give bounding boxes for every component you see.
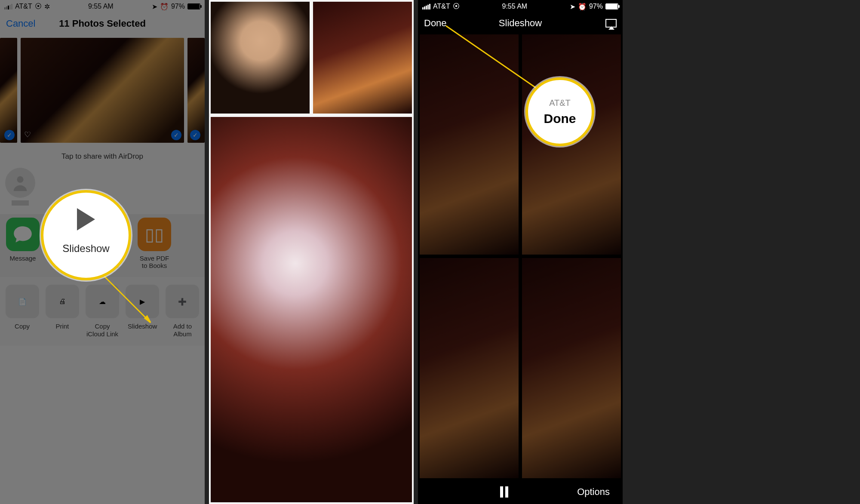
battery-icon: [187, 3, 200, 9]
alarm-icon: ⏰: [578, 3, 587, 11]
contact-name: [12, 200, 29, 206]
status-bar: AT&T ⦿ 9:55 AM ➤ ⏰ 97%: [418, 0, 623, 13]
highlight-slideshow: Slideshow: [41, 190, 131, 280]
highlight-small: AT&T: [549, 98, 571, 108]
check-icon: ✓: [4, 130, 15, 140]
selected-thumbnails[interactable]: ✓ ♡ ✓ ✓: [0, 34, 205, 146]
svg-point-0: [17, 176, 23, 183]
battery-pct: 97%: [171, 3, 185, 10]
thumb-next[interactable]: ✓: [187, 38, 205, 143]
location-icon: ➤: [570, 3, 575, 11]
slideshow-photo: [522, 258, 621, 478]
slideshow-photo: [313, 2, 412, 114]
status-time: 9:55 AM: [88, 3, 114, 10]
action-add-album[interactable]: ➕ Add to Album: [166, 285, 200, 338]
play-icon: [77, 208, 95, 230]
selection-title: 11 Photos Selected: [59, 18, 146, 29]
battery-pct: 97%: [589, 3, 603, 10]
action-copy[interactable]: 📄 Copy: [5, 285, 39, 338]
signal-icon: [422, 4, 430, 9]
avatar-icon: [5, 168, 35, 198]
app-books[interactable]: ▯▯ Save PDF to Books: [137, 218, 172, 269]
slideshow-photo: [420, 258, 519, 478]
thumb-current[interactable]: ♡ ✓: [21, 38, 184, 143]
pause-button[interactable]: [500, 486, 508, 498]
svg-marker-2: [145, 316, 150, 323]
share-nav: Cancel 11 Photos Selected: [0, 13, 205, 34]
slideshow-controls-panel: AT&T ⦿ 9:55 AM ➤ ⏰ 97% Done Slideshow Op…: [418, 0, 623, 504]
action-label: Copy: [5, 323, 39, 330]
spinner-icon: ✲: [44, 3, 50, 11]
wifi-icon: ⦿: [453, 3, 460, 10]
check-icon: ✓: [171, 130, 181, 140]
status-bar: AT&T ⦿ ✲ 9:55 AM ➤ ⏰ 97%: [0, 0, 205, 13]
wifi-icon: ⦿: [35, 3, 42, 10]
share-sheet-panel: AT&T ⦿ ✲ 9:55 AM ➤ ⏰ 97% Cancel 11 Photo…: [0, 0, 205, 504]
signal-icon: [4, 4, 12, 9]
airdrop-hint: Tap to share with AirDrop: [0, 146, 205, 163]
action-print[interactable]: 🖨 Print: [45, 285, 79, 338]
location-icon: ➤: [152, 3, 157, 11]
app-label: Message: [5, 255, 40, 262]
live-slideshow-panel: [209, 0, 414, 504]
books-icon: ▯▯: [138, 218, 171, 251]
cancel-button[interactable]: Cancel: [6, 18, 35, 29]
airplay-icon[interactable]: [605, 19, 617, 28]
slideshow-photo: [211, 2, 310, 114]
action-label: Add to Album: [166, 323, 200, 338]
copy-icon: 📄: [6, 285, 39, 318]
done-button[interactable]: Done: [424, 18, 447, 29]
slideshow-grid[interactable]: [209, 0, 414, 504]
app-message[interactable]: Message: [5, 218, 40, 269]
highlight-done: AT&T Done: [525, 77, 594, 146]
message-icon: [6, 218, 40, 251]
action-label: Print: [45, 323, 79, 330]
alarm-icon: ⏰: [160, 3, 169, 11]
svg-line-3: [446, 26, 543, 92]
carrier-label: AT&T: [433, 3, 450, 10]
check-icon: ✓: [190, 130, 200, 140]
slideshow-nav: Done Slideshow: [418, 13, 623, 34]
slideshow-bottom-bar: Options: [418, 480, 623, 504]
airdrop-contact[interactable]: [5, 168, 35, 206]
slideshow-photo: [211, 117, 412, 502]
carrier-label: AT&T: [15, 3, 32, 10]
battery-icon: [605, 3, 618, 9]
highlight-label: Slideshow: [62, 243, 109, 255]
highlight-big: Done: [544, 111, 576, 126]
add-album-icon: ➕: [166, 285, 199, 318]
status-time: 9:55 AM: [502, 3, 527, 10]
slideshow-title: Slideshow: [499, 18, 542, 29]
options-button[interactable]: Options: [577, 486, 610, 498]
thumb-prev[interactable]: ✓: [0, 38, 17, 143]
print-icon: 🖨: [46, 285, 79, 318]
heart-icon: ♡: [24, 130, 31, 139]
